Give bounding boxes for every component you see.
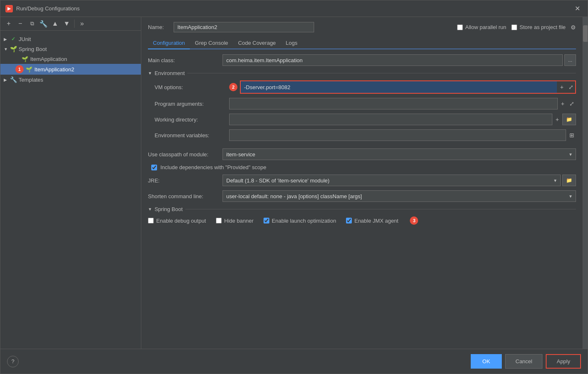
main-class-row: Main class: ... xyxy=(148,54,576,66)
badge-2: 2 xyxy=(229,83,237,91)
prog-args-expand-button[interactable]: ⤢ xyxy=(568,100,576,108)
templates-arrow-icon: ▶ xyxy=(4,78,10,82)
env-section-label: Environment xyxy=(155,70,185,76)
copy-config-button[interactable]: ⧉ xyxy=(27,19,37,29)
main-class-input-row: ... xyxy=(223,54,576,66)
working-dir-input[interactable] xyxy=(229,114,552,125)
jre-select[interactable]: Default (1.8 - SDK of 'item-service' mod… xyxy=(223,175,561,186)
jre-input-row: Default (1.8 - SDK of 'item-service' mod… xyxy=(223,175,576,186)
jre-browse-button[interactable]: 📁 xyxy=(562,175,576,186)
enable-launch-checkbox[interactable] xyxy=(264,218,269,223)
working-dir-input-row: + 📁 xyxy=(229,114,576,125)
bottom-bar: ? OK Cancel Apply xyxy=(0,349,588,374)
move-down-button[interactable]: ▼ xyxy=(62,19,72,29)
env-vars-browse-button[interactable]: ⊞ xyxy=(568,131,576,139)
env-section-body: VM options: 2 + ⤢ Program arguments: xyxy=(155,80,576,141)
itemapp-label: ItemApplication xyxy=(30,56,67,62)
shorten-cmd-row: Shorten command line: user-local default… xyxy=(148,190,576,202)
working-dir-row: Working directory: + 📁 xyxy=(155,114,576,125)
store-as-project-checkbox[interactable] xyxy=(511,24,517,30)
env-vars-label: Environment variables: xyxy=(155,132,229,138)
classpath-select[interactable]: item-service xyxy=(223,148,576,160)
main-class-browse-button[interactable]: ... xyxy=(564,54,576,66)
right-panel: Name: Allow parallel run Store as projec… xyxy=(141,17,583,349)
tab-logs[interactable]: Logs xyxy=(281,37,302,49)
program-args-row: Program arguments: + ⤢ xyxy=(155,98,576,109)
hide-banner-checkbox[interactable] xyxy=(216,218,222,223)
templates-icon: 🔧 xyxy=(10,76,17,83)
working-dir-add-button[interactable]: + xyxy=(554,115,561,124)
include-deps-checkbox[interactable] xyxy=(151,165,157,170)
vm-add-button[interactable]: + xyxy=(559,83,565,91)
more-button[interactable]: » xyxy=(77,19,87,29)
sidebar-panel: + − ⧉ 🔧 ▲ ▼ » ▶ ✓ JUnit ▼ xyxy=(0,17,141,349)
sidebar-item-junit[interactable]: ▶ ✓ JUnit xyxy=(0,34,141,44)
springboot-section-header[interactable]: ▼ Spring Boot xyxy=(148,206,576,212)
sidebar-item-itemapp[interactable]: 🌱 ItemApplication xyxy=(0,54,141,64)
env-vars-row: Environment variables: ⊞ xyxy=(155,129,576,141)
env-vars-input[interactable] xyxy=(229,129,566,141)
toolbar-separator xyxy=(74,19,75,28)
scrollbar-thumb[interactable] xyxy=(583,25,588,42)
run-debug-dialog: ▶ Run/Debug Configurations ✕ + − ⧉ 🔧 ▲ ▼… xyxy=(0,0,588,374)
vm-options-input[interactable] xyxy=(241,81,557,93)
program-args-input[interactable] xyxy=(229,98,558,109)
springboot-section-label: Spring Boot xyxy=(155,206,183,212)
include-deps-row: Include dependencies with "Provided" sco… xyxy=(148,164,576,170)
sidebar-toolbar: + − ⧉ 🔧 ▲ ▼ » xyxy=(0,17,141,31)
enable-jmx-label: Enable JMX agent xyxy=(346,216,398,225)
hide-banner-label: Hide banner xyxy=(216,216,254,225)
shorten-cmd-select-wrapper: user-local default: none - java [options… xyxy=(223,190,576,202)
enable-launch-text: Enable launch optimization xyxy=(272,218,336,224)
scrollbar[interactable] xyxy=(583,17,588,349)
app-icon: ▶ xyxy=(5,5,13,12)
classpath-select-wrapper: item-service xyxy=(223,148,576,160)
sidebar-item-itemapp2[interactable]: 1 🌱 ItemApplication2 xyxy=(0,64,141,75)
gear-button[interactable]: ⚙ xyxy=(571,24,576,31)
enable-debug-checkbox[interactable] xyxy=(148,218,154,223)
hide-banner-text: Hide banner xyxy=(224,218,254,224)
allow-parallel-checkbox[interactable] xyxy=(457,24,463,30)
sidebar-item-springboot[interactable]: ▼ 🌱 Spring Boot xyxy=(0,44,141,54)
main-class-input[interactable] xyxy=(223,54,563,66)
sidebar-item-templates[interactable]: ▶ 🔧 Templates xyxy=(0,75,141,85)
jre-row: JRE: Default (1.8 - SDK of 'item-service… xyxy=(148,175,576,186)
include-deps-label: Include dependencies with "Provided" sco… xyxy=(160,164,266,170)
tab-code-coverage[interactable]: Code Coverage xyxy=(233,37,281,49)
name-input[interactable] xyxy=(174,22,314,32)
close-button[interactable]: ✕ xyxy=(572,4,583,13)
itemapp2-label: ItemApplication2 xyxy=(34,66,74,73)
classpath-label: Use classpath of module: xyxy=(148,151,223,158)
program-args-input-row: + ⤢ xyxy=(229,98,576,109)
ok-button[interactable]: OK xyxy=(471,354,502,369)
env-arrow-icon: ▼ xyxy=(148,71,152,75)
shorten-cmd-select[interactable]: user-local default: none - java [options… xyxy=(223,190,576,202)
junit-label: JUnit xyxy=(19,36,31,42)
title-bar-left: ▶ Run/Debug Configurations xyxy=(5,5,80,12)
working-dir-browse-button[interactable]: 📁 xyxy=(562,114,576,125)
enable-debug-label: Enable debug output xyxy=(148,216,206,225)
jre-select-wrapper: Default (1.8 - SDK of 'item-service' mod… xyxy=(223,175,561,186)
vm-expand-button[interactable]: ⤢ xyxy=(567,83,575,91)
apply-button[interactable]: Apply xyxy=(546,354,581,369)
shorten-cmd-label: Shorten command line: xyxy=(148,193,223,199)
tab-grep-console[interactable]: Grep Console xyxy=(190,37,233,49)
prog-args-add-button[interactable]: + xyxy=(559,100,566,108)
springboot-section-arrow-icon: ▼ xyxy=(148,207,152,211)
wrench-button[interactable]: 🔧 xyxy=(39,19,48,29)
main-content: + − ⧉ 🔧 ▲ ▼ » ▶ ✓ JUnit ▼ xyxy=(0,17,588,349)
vm-options-row: VM options: 2 + ⤢ xyxy=(155,80,576,94)
tab-configuration[interactable]: Configuration xyxy=(148,37,190,49)
move-up-button[interactable]: ▲ xyxy=(50,19,60,29)
cancel-button[interactable]: Cancel xyxy=(505,354,542,369)
config-form: Main class: ... ▼ Environment xyxy=(148,54,576,225)
itemapp-icon: 🌱 xyxy=(21,55,29,63)
store-as-project-label: Store as project file xyxy=(511,24,566,30)
templates-label: Templates xyxy=(19,77,43,83)
environment-section-header[interactable]: ▼ Environment xyxy=(148,70,576,76)
enable-jmx-checkbox[interactable] xyxy=(346,218,352,223)
help-button[interactable]: ? xyxy=(7,356,19,367)
remove-config-button[interactable]: − xyxy=(15,19,25,29)
add-config-button[interactable]: + xyxy=(4,19,14,29)
button-group: OK Cancel Apply xyxy=(471,354,581,369)
